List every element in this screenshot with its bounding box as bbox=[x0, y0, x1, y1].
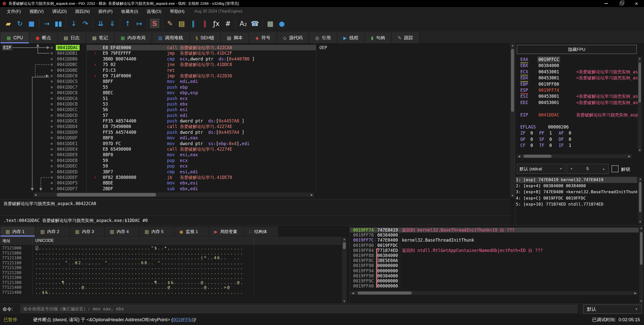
scroll-thumb[interactable] bbox=[511, 49, 514, 112]
menu-item-5[interactable]: 收藏夹(I) bbox=[117, 9, 142, 14]
compare-red-icon[interactable]: ∥ bbox=[199, 18, 211, 29]
stack-row[interactable]: 0019FF74747E0419返回到 kernel32.BaseThreadI… bbox=[350, 228, 639, 233]
argument-row[interactable]: 5: [esp+10] 771874ED ntdll.771874ED bbox=[516, 201, 637, 207]
argument-row[interactable]: 4: [esp+C] 0019FFDC 0019FFDC bbox=[516, 195, 637, 201]
tab-symbols[interactable]: ◆符号 bbox=[249, 32, 277, 43]
tab-watch1[interactable]: ◉监视 1 bbox=[174, 226, 209, 237]
stack-row[interactable]: 0019FF9800384000 bbox=[350, 273, 639, 278]
breakpoint-dot[interactable] bbox=[51, 114, 53, 117]
tab-script[interactable]: ▤脚本 bbox=[221, 32, 249, 43]
scroll-up-arrow[interactable]: ▲ bbox=[639, 226, 643, 230]
menu-item-3[interactable]: 跟踪(N) bbox=[71, 9, 94, 14]
disasm-row[interactable]: 0041DDCEFF35 A8574400push dword ptr ds:[… bbox=[0, 118, 510, 124]
calculator-icon[interactable]: ▦ bbox=[264, 18, 276, 29]
tab-call-stack[interactable]: ▥调用堆栈 bbox=[152, 32, 190, 43]
scroll-thumb[interactable] bbox=[639, 182, 641, 212]
scroll-down-arrow[interactable]: ▼ bbox=[638, 220, 642, 224]
register-row-esp[interactable]: ESP0019FF74 bbox=[520, 87, 639, 93]
scroll-thumb[interactable] bbox=[343, 242, 346, 249]
disasm-row[interactable]: 0041DDF58BDEmov ebx,esi bbox=[0, 180, 510, 186]
profile-select[interactable]: 默认 ▼ bbox=[583, 305, 642, 314]
disasm-row[interactable]: 0041DDBC∨75 02jne 吾爱破解论坛学习.41DDC0 bbox=[0, 62, 510, 67]
register-row-esi[interactable]: ESI00453001<吾爱破解论坛学习脱壳实例_aspack bbox=[520, 93, 639, 99]
breakpoint-dot[interactable] bbox=[51, 58, 53, 60]
breakpoint-dot[interactable] bbox=[51, 120, 53, 122]
breakpoint-dot[interactable] bbox=[51, 52, 53, 54]
breakpoint-dot[interactable] bbox=[51, 154, 53, 156]
breakpoint-dot[interactable] bbox=[51, 137, 53, 139]
scroll-track[interactable] bbox=[638, 181, 642, 220]
scroll-right-arrow[interactable]: ▶ bbox=[627, 154, 632, 158]
unlock-checkbox[interactable] bbox=[612, 165, 619, 172]
menu-item-7[interactable]: 帮助(H) bbox=[166, 9, 189, 14]
scroll-down-arrow[interactable]: ▼ bbox=[637, 148, 642, 152]
disasm-row[interactable]: 0041DDBEF3:C3ret bbox=[0, 68, 510, 73]
breakpoint-dot[interactable] bbox=[51, 75, 53, 77]
tab-trace[interactable]: ✎跟踪 bbox=[392, 32, 420, 43]
disasm-row[interactable]: 0041DDCB53push ebx bbox=[0, 101, 510, 107]
disasm-row[interactable]: 0041DDACE8 EF4E0000call 吾爱破解论坛学习.422CA0O… bbox=[0, 45, 510, 50]
argument-row[interactable]: 3: [esp+8] 747E0400 <kernel32.BaseThread… bbox=[516, 189, 637, 195]
breakpoint-dot[interactable] bbox=[51, 171, 53, 173]
close-button[interactable]: × bbox=[629, 0, 644, 7]
disasm-row[interactable]: 0041DDEC59pop ecx bbox=[0, 163, 510, 169]
disasm-row[interactable]: 0041DDE4E8 65490000call 吾爱破解论坛学习.42274E bbox=[0, 146, 510, 152]
stack-row[interactable]: 0019FF7800384000 bbox=[350, 233, 639, 238]
scroll-track[interactable] bbox=[639, 230, 643, 299]
disasm-row[interactable]: 0041DDC755push ebp bbox=[0, 84, 510, 90]
disasm-row[interactable]: 0041DDC58BFFmov edi,edi bbox=[0, 79, 510, 84]
tab-references[interactable]: ◎引用 bbox=[309, 32, 337, 43]
scroll-track[interactable] bbox=[638, 60, 642, 148]
open-file-icon[interactable]: ▰ bbox=[3, 18, 14, 29]
dump-row[interactable]: 77121100................................… bbox=[0, 255, 342, 261]
disasm-row[interactable]: 0041DDC88BECmov ebp,esp bbox=[0, 90, 510, 95]
stack-row[interactable]: 0019FFA000000000 bbox=[350, 283, 639, 288]
dump-vscrollbar[interactable]: ▲ ▼ bbox=[342, 237, 347, 303]
register-row-ebp[interactable]: EBP0019FF80 bbox=[520, 81, 639, 87]
stack-row[interactable]: 0019FF8C3BE5E0A6 bbox=[350, 258, 639, 263]
stack-vscrollbar[interactable]: ▲ ▼ bbox=[639, 226, 643, 303]
font-settings-icon[interactable]: A₂ bbox=[238, 18, 249, 29]
disasm-row[interactable]: 0041DDE98BF0mov esi,eax bbox=[0, 152, 510, 157]
tab-dump5[interactable]: ▥内存 5 bbox=[140, 226, 174, 237]
disasm-row[interactable]: 0041DDD4E8 75490000call 吾爱破解论坛学习.42274E bbox=[0, 124, 510, 129]
compare-blue-icon[interactable]: ∥ bbox=[187, 18, 199, 29]
scroll-thumb[interactable] bbox=[638, 62, 641, 103]
address-link[interactable]: 0019FF54 bbox=[173, 317, 193, 322]
scroll-down-arrow[interactable]: ▼ bbox=[342, 299, 347, 303]
tab-struct[interactable]: ∷结构体 bbox=[244, 226, 279, 237]
tab-cpu[interactable]: ▦CPU bbox=[1, 32, 29, 43]
spinner-down-icon[interactable]: ▼ bbox=[570, 167, 573, 171]
scroll-left-arrow[interactable]: ◀ bbox=[33, 193, 38, 197]
patches-icon[interactable]: ✎ bbox=[164, 18, 176, 29]
disasm-row[interactable]: 0041DDEB59pop ecx bbox=[0, 158, 510, 163]
arguments-vscrollbar[interactable]: ▲ ▼ bbox=[638, 177, 642, 224]
tab-dump4[interactable]: ▥内存 4 bbox=[105, 226, 140, 237]
dump-row[interactable]: 77121180........ "..02..,... "..........… bbox=[0, 261, 342, 266]
scroll-thumb[interactable] bbox=[358, 291, 412, 295]
step-over-icon[interactable]: ↷ bbox=[80, 18, 91, 29]
assemble-fx-icon[interactable]: ƒx bbox=[211, 18, 222, 29]
restart-icon[interactable]: ↻ bbox=[14, 18, 26, 29]
breakpoint-dot[interactable] bbox=[51, 86, 53, 88]
tab-source[interactable]: ◇源代码 bbox=[277, 32, 309, 43]
scroll-down-arrow[interactable]: ▼ bbox=[510, 193, 515, 198]
comments-icon[interactable]: ▤ bbox=[176, 18, 187, 29]
disasm-row[interactable]: 0041DDCC56push esi bbox=[0, 107, 510, 112]
stack-row[interactable]: 0019FF9000000000 bbox=[350, 263, 639, 268]
breakpoint-dot[interactable] bbox=[51, 92, 53, 94]
registers-hscrollbar[interactable]: ◀ ▶ bbox=[517, 154, 632, 158]
scroll-left-arrow[interactable]: ◀ bbox=[351, 291, 355, 295]
help-phone-icon[interactable]: ☎ bbox=[249, 18, 261, 29]
minimize-button[interactable] bbox=[599, 0, 614, 7]
tab-seh-chain[interactable]: §SEH链 bbox=[190, 32, 221, 43]
argument-row[interactable]: 2: [esp+4] 00384000 00384000 bbox=[516, 183, 637, 189]
hide-fpu-button[interactable]: 隐藏FPU bbox=[517, 45, 637, 54]
scroll-down-arrow[interactable]: ▼ bbox=[639, 299, 643, 303]
stack-hscrollbar[interactable]: ◀ ▶ bbox=[351, 291, 638, 295]
scroll-up-arrow[interactable]: ▲ bbox=[638, 177, 642, 181]
breakpoint-dot[interactable] bbox=[51, 159, 53, 162]
tab-dump1[interactable]: ▥内存 1 bbox=[1, 226, 35, 237]
skip-next-icon[interactable]: ↦ bbox=[133, 18, 145, 29]
tab-memory-map[interactable]: ▦内存布局 bbox=[115, 32, 152, 43]
